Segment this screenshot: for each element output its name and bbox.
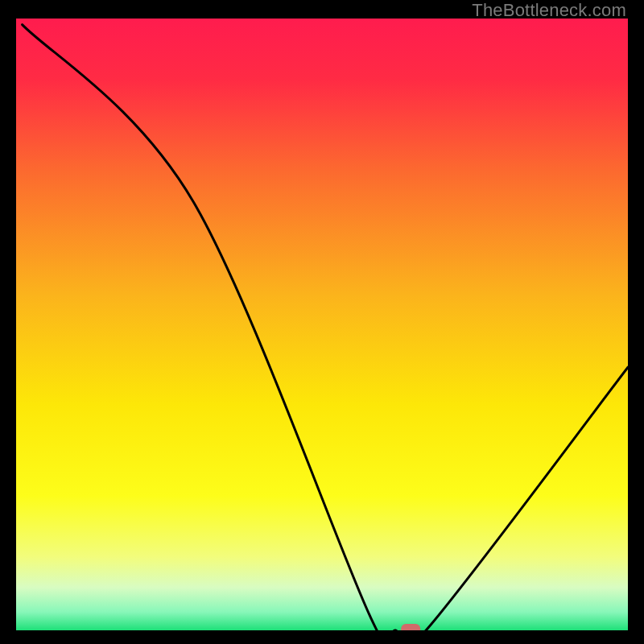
chart-frame: TheBottleneck.com	[0, 0, 644, 644]
chart-svg	[16, 19, 628, 630]
optimal-marker	[401, 624, 420, 630]
gradient-background	[16, 19, 628, 630]
plot-area	[16, 19, 628, 630]
